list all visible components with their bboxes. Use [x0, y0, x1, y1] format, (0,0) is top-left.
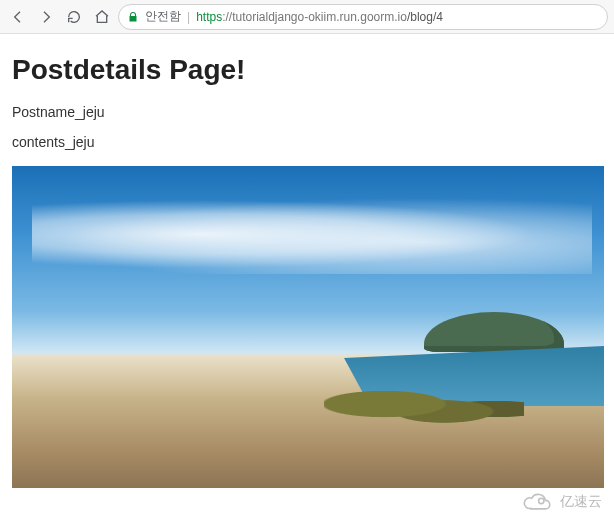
image-rocks	[324, 384, 524, 434]
forward-icon	[38, 9, 54, 25]
url-text: https://tutorialdjango-okiim.run.goorm.i…	[196, 10, 443, 24]
browser-toolbar: 안전함 | https://tutorialdjango-okiim.run.g…	[0, 0, 614, 34]
url-scheme: https	[196, 10, 222, 24]
security-label: 안전함	[145, 8, 181, 25]
page-title: Postdetails Page!	[12, 54, 602, 86]
url-host: ://tutorialdjango-okiim.run.goorm.io	[222, 10, 407, 24]
home-button[interactable]	[90, 5, 114, 29]
url-path: /blog/4	[407, 10, 443, 24]
svg-point-0	[539, 498, 544, 503]
watermark: 亿速云	[520, 491, 602, 513]
watermark-text: 亿速云	[560, 493, 602, 511]
forward-button[interactable]	[34, 5, 58, 29]
address-bar[interactable]: 안전함 | https://tutorialdjango-okiim.run.g…	[118, 4, 608, 30]
reload-button[interactable]	[62, 5, 86, 29]
reload-icon	[66, 9, 82, 25]
cloud-icon	[520, 491, 554, 513]
separator: |	[187, 10, 190, 24]
back-button[interactable]	[6, 5, 30, 29]
post-name: Postname_jeju	[12, 104, 602, 120]
image-clouds	[32, 194, 592, 274]
post-contents: contents_jeju	[12, 134, 602, 150]
home-icon	[94, 9, 110, 25]
page-content: Postdetails Page! Postname_jeju contents…	[0, 34, 614, 498]
post-image	[12, 166, 604, 488]
back-icon	[10, 9, 26, 25]
lock-icon	[127, 11, 139, 23]
